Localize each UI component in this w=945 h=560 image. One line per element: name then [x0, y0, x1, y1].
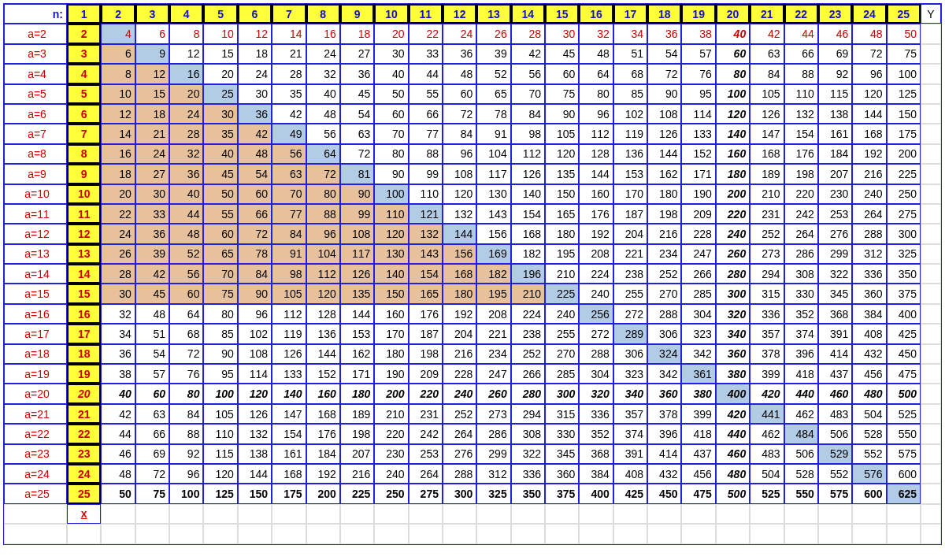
cell-a24-n9: 216 — [340, 464, 374, 484]
cell-a2-n17: 34 — [613, 24, 647, 43]
row-end-a13 — [921, 244, 941, 264]
cell-a8-n1: 8 — [67, 144, 101, 164]
x-label: x — [67, 504, 101, 524]
cell-a20-n21: 420 — [750, 384, 784, 403]
cell-a23-n14: 322 — [511, 444, 545, 464]
cell-a16-n25: 400 — [887, 304, 921, 324]
cell-a21-n1: 21 — [67, 404, 101, 424]
col-header-7: 7 — [272, 4, 306, 24]
cell-a6-n5: 30 — [203, 104, 237, 124]
cell-a6-n25: 150 — [887, 104, 921, 124]
cell-a12-n1: 12 — [67, 224, 101, 243]
cell-a11-n11: 121 — [409, 204, 443, 224]
cell-a16-n14: 224 — [511, 304, 545, 324]
cell-a7-n9: 63 — [340, 124, 374, 143]
footer-blank-24 — [852, 524, 886, 543]
col-header-10: 10 — [374, 4, 408, 24]
cell-a23-n25: 575 — [887, 444, 921, 464]
cell-a4-n16: 64 — [579, 64, 613, 83]
cell-a5-n6: 30 — [238, 84, 272, 104]
multiplication-table: n:12345678910111213141516171819202122232… — [3, 3, 942, 545]
cell-a19-n18: 342 — [647, 364, 681, 384]
cell-a15-n6: 90 — [238, 284, 272, 303]
row-end-a23 — [921, 444, 941, 464]
cell-a16-n7: 112 — [272, 304, 306, 324]
cell-a23-n24: 552 — [852, 444, 886, 464]
cell-a23-n21: 483 — [750, 444, 784, 464]
cell-a6-n23: 138 — [818, 104, 852, 124]
cell-a12-n16: 192 — [579, 224, 613, 243]
col-header-25: 25 — [887, 4, 921, 24]
cell-a7-n20: 140 — [716, 124, 750, 143]
cell-a25-n8: 200 — [306, 484, 340, 503]
cell-a21-n21: 441 — [750, 404, 784, 424]
cell-a25-n7: 175 — [272, 484, 306, 503]
cell-a11-n3: 33 — [135, 204, 169, 224]
x-row-blank-13 — [476, 504, 510, 524]
cell-a8-n6: 48 — [238, 144, 272, 164]
cell-a20-n13: 260 — [476, 384, 510, 403]
cell-a24-n16: 384 — [579, 464, 613, 484]
row-end-a17 — [921, 324, 941, 343]
cell-a13-n16: 208 — [579, 244, 613, 264]
cell-a10-n21: 210 — [750, 184, 784, 204]
cell-a16-n11: 176 — [409, 304, 443, 324]
cell-a8-n19: 152 — [681, 144, 715, 164]
cell-a10-n20: 200 — [716, 184, 750, 204]
row-header-a22: a=22 — [4, 424, 67, 443]
cell-a11-n21: 231 — [750, 204, 784, 224]
cell-a22-n15: 330 — [545, 424, 579, 443]
cell-a2-n13: 26 — [476, 24, 510, 43]
cell-a13-n25: 325 — [887, 244, 921, 264]
cell-a17-n11: 187 — [409, 324, 443, 343]
cell-a5-n8: 40 — [306, 84, 340, 104]
cell-a22-n6: 132 — [238, 424, 272, 443]
cell-a14-n3: 42 — [135, 264, 169, 284]
cell-a3-n20: 60 — [716, 44, 750, 64]
row-header-a20: a=20 — [4, 384, 67, 403]
cell-a7-n7: 49 — [272, 124, 306, 143]
cell-a21-n3: 63 — [135, 404, 169, 424]
cell-a11-n1: 11 — [67, 204, 101, 224]
row-end-a6 — [921, 104, 941, 124]
cell-a24-n10: 240 — [374, 464, 408, 484]
cell-a22-n23: 506 — [818, 424, 852, 443]
cell-a24-n20: 480 — [716, 464, 750, 484]
cell-a8-n20: 160 — [716, 144, 750, 164]
cell-a8-n22: 176 — [784, 144, 818, 164]
cell-a16-n2: 32 — [101, 304, 135, 324]
cell-a2-n25: 50 — [887, 24, 921, 43]
footer-blank-5 — [203, 524, 237, 543]
cell-a18-n15: 270 — [545, 344, 579, 364]
cell-a22-n8: 176 — [306, 424, 340, 443]
cell-a5-n11: 55 — [409, 84, 443, 104]
cell-a20-n1: 20 — [67, 384, 101, 403]
cell-a5-n10: 50 — [374, 84, 408, 104]
cell-a13-n2: 26 — [101, 244, 135, 264]
cell-a21-n4: 84 — [169, 404, 203, 424]
cell-a11-n13: 143 — [476, 204, 510, 224]
cell-a9-n15: 135 — [545, 164, 579, 184]
cell-a3-n17: 51 — [613, 44, 647, 64]
row-end-a3 — [921, 44, 941, 64]
cell-a2-n21: 42 — [750, 24, 784, 43]
cell-a5-n13: 65 — [476, 84, 510, 104]
row-header-a24: a=24 — [4, 464, 67, 484]
cell-a24-n3: 72 — [135, 464, 169, 484]
cell-a25-n23: 575 — [818, 484, 852, 503]
col-header-3: 3 — [135, 4, 169, 24]
cell-a22-n18: 396 — [647, 424, 681, 443]
cell-a16-n22: 352 — [784, 304, 818, 324]
x-row-blank-16 — [579, 504, 613, 524]
cell-a21-n16: 336 — [579, 404, 613, 424]
x-row-spacer — [4, 504, 67, 524]
cell-a9-n10: 90 — [374, 164, 408, 184]
cell-a22-n20: 440 — [716, 424, 750, 443]
cell-a22-n11: 242 — [409, 424, 443, 443]
cell-a3-n13: 39 — [476, 44, 510, 64]
cell-a6-n24: 144 — [852, 104, 886, 124]
cell-a25-n3: 75 — [135, 484, 169, 503]
footer-blank-11 — [409, 524, 443, 543]
cell-a15-n24: 360 — [852, 284, 886, 303]
cell-a23-n1: 23 — [67, 444, 101, 464]
